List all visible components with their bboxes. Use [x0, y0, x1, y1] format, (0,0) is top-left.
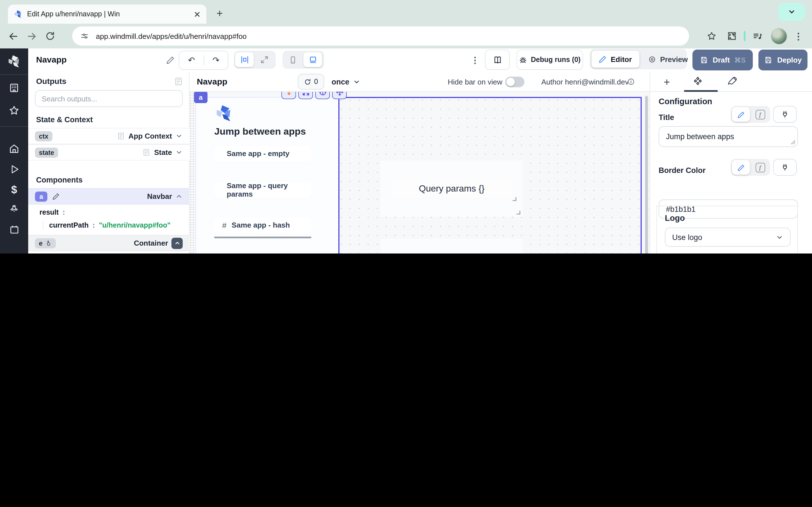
component-row-container-e[interactable]: e Container [28, 235, 190, 251]
logo-mode-select[interactable]: Use logo [665, 228, 791, 247]
navbar-component[interactable]: Jump between apps Same app - empty Same … [195, 97, 338, 253]
edit-component-icon[interactable] [53, 193, 60, 200]
extensions-puzzle-icon[interactable] [727, 31, 737, 41]
browser-tab[interactable]: Edit App u/henri/navapp | Win ✕ [8, 4, 206, 24]
canvas-scrollbar[interactable] [645, 96, 648, 253]
mobile-view-button[interactable] [284, 52, 302, 67]
sidebar-item-resources[interactable] [0, 204, 28, 215]
active-link-indicator [214, 237, 311, 238]
fx-mode-button[interactable]: f [751, 107, 769, 122]
windmill-logo[interactable] [0, 54, 28, 69]
tab-close-icon[interactable]: ✕ [194, 10, 201, 18]
currentpath-line[interactable]: currentPath : "u/henri/navapp#foo" [43, 221, 170, 229]
anchor-chip[interactable] [315, 92, 330, 99]
undo-button[interactable]: ↶ [179, 55, 204, 65]
refresh-count-button[interactable]: 0 [298, 74, 324, 90]
draft-button[interactable]: Draft ⌘S [693, 50, 753, 70]
redo-button[interactable]: ↷ [204, 55, 228, 65]
refresh-mode-value: once [332, 77, 349, 86]
ctx-row[interactable]: ctx App Context [28, 128, 190, 144]
title-field-label: Title [659, 113, 674, 122]
refresh-mode-select[interactable]: once [332, 74, 360, 90]
expand-down-chip[interactable] [282, 92, 296, 99]
debug-runs-button[interactable]: Debug runs (0) [516, 50, 583, 70]
static-mode-button[interactable] [732, 160, 750, 175]
border-input-mode-toggle: f [731, 159, 770, 176]
sidebar-item-runs[interactable] [0, 164, 28, 175]
tab-search-button[interactable] [778, 3, 805, 21]
title-connect-button[interactable] [773, 106, 797, 123]
doc-icon [116, 132, 125, 140]
hash-panel[interactable]: Hash: "f [380, 239, 523, 253]
border-color-field-label: Border Color [659, 166, 706, 175]
tab-title: Edit App u/henri/navapp | Win [27, 10, 189, 18]
nav-link-same-app-hash[interactable]: # Same app - hash [214, 217, 311, 233]
hide-bar-toggle[interactable] [505, 76, 524, 87]
info-icon[interactable] [627, 78, 635, 86]
tab-insert-component[interactable]: + [664, 76, 670, 89]
tab-editor[interactable]: Editor [592, 51, 639, 68]
reload-icon[interactable] [45, 31, 55, 41]
panel-doc-icon[interactable] [174, 76, 183, 86]
chevron-down-icon[interactable] [175, 149, 183, 156]
centered-layout-button[interactable] [235, 52, 254, 67]
draft-shortcut: ⌘S [734, 56, 746, 64]
search-outputs-input[interactable] [35, 90, 183, 107]
static-mode-button[interactable] [732, 107, 750, 122]
chevron-up-icon[interactable] [175, 193, 183, 200]
navbar-logo [214, 104, 234, 123]
tab-preview[interactable]: Preview [640, 51, 695, 68]
hash-icon: # [222, 221, 227, 230]
sidebar-item-schedules[interactable] [0, 224, 28, 235]
expand-chip[interactable] [298, 92, 313, 99]
fx-mode-button[interactable]: f [751, 160, 769, 175]
more-options-icon[interactable]: ⋮ [471, 55, 479, 65]
canvas-app-title: Navapp [197, 76, 227, 86]
move-chip[interactable] [332, 92, 347, 99]
profile-avatar[interactable] [771, 28, 787, 44]
nav-link-same-app-query-params[interactable]: Same app - query params [214, 182, 311, 197]
state-row[interactable]: state State [28, 144, 190, 161]
collapse-button[interactable] [171, 237, 183, 249]
fullwidth-layout-button[interactable] [255, 52, 273, 67]
desktop-view-button[interactable] [303, 52, 322, 67]
component-row-navbar[interactable]: a Navbar [28, 188, 190, 205]
layout-toggle-group [234, 51, 276, 69]
component-a-badge[interactable]: a [194, 92, 207, 103]
app-name: Navapp [36, 55, 66, 64]
app-canvas[interactable]: Jump between apps Same app - empty Same … [190, 92, 650, 253]
sidebar-item-favorites[interactable] [0, 105, 28, 116]
bookmark-star-icon[interactable] [707, 31, 717, 41]
docs-button[interactable] [485, 50, 510, 70]
navbar-title: Jump between apps [214, 126, 306, 137]
deploy-button[interactable]: Deploy [758, 50, 808, 70]
query-params-panel[interactable]: Query params {} [380, 161, 523, 217]
chevron-down-icon[interactable] [175, 132, 183, 140]
chevron-down-icon [776, 233, 783, 241]
rename-app-icon[interactable] [166, 56, 175, 64]
state-context-heading: State & Context [36, 115, 93, 124]
result-line[interactable]: result : [40, 209, 65, 216]
sidebar-item-workspace[interactable] [0, 82, 28, 94]
tab-styling[interactable] [727, 76, 738, 87]
forward-icon[interactable] [27, 31, 37, 41]
result-key: result [40, 209, 59, 216]
tab-component-settings[interactable] [693, 76, 703, 87]
editor-preview-tabs: Editor Preview [590, 49, 687, 69]
border-connect-button[interactable] [773, 159, 797, 176]
chrome-menu-icon[interactable]: ⋮ [794, 31, 803, 41]
media-playlist-icon[interactable] [752, 31, 763, 41]
new-tab-button[interactable]: + [216, 7, 223, 20]
resize-corner-icon [512, 196, 516, 201]
back-icon[interactable] [8, 31, 18, 41]
site-settings-icon[interactable] [80, 32, 89, 41]
profile-separator [744, 31, 746, 41]
title-input[interactable]: Jump between apps [659, 126, 798, 147]
container-e-badge: e [35, 238, 56, 248]
resize-handle-icon[interactable] [791, 140, 796, 145]
sidebar-item-home[interactable] [0, 143, 28, 154]
url-bar[interactable]: app.windmill.dev/apps/edit/u/henri/navap… [72, 26, 689, 46]
preview-label: Preview [660, 55, 688, 63]
nav-link-same-app-empty[interactable]: Same app - empty [214, 146, 311, 161]
sidebar-item-variables[interactable]: $ [0, 184, 28, 196]
